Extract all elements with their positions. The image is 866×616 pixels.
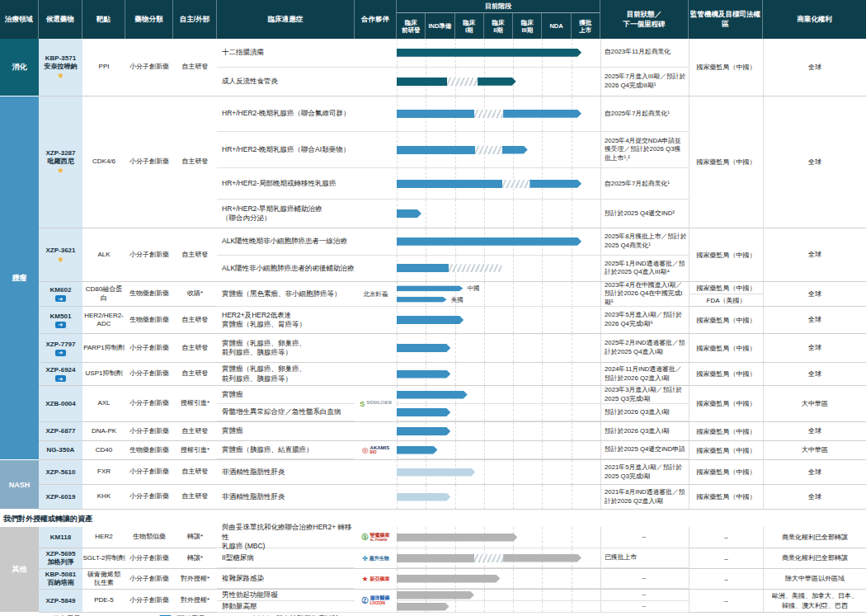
candidate-name: XZP-7797 [45, 341, 75, 349]
partner-logo: ✤惠升生物 [362, 555, 389, 562]
core-product-star-icon: ★ [57, 72, 64, 80]
rights-cell: 除大中華區以外區域 [763, 569, 866, 589]
key-product-arrow-icon: ➜ [55, 322, 66, 328]
stage-cell [397, 96, 600, 131]
bar-segment [397, 554, 474, 562]
rows-block: 與曲妥珠單抗和化療聯合治療HER2+ 轉移性 乳腺癌 (MBC)–Ⓢ雙鷺藥業SL… [217, 527, 689, 548]
progress-bar [397, 344, 600, 352]
partner-logo: Ⓢ雙鷺藥業SL PHARM [362, 533, 390, 542]
regulator-cell: 國家藥監局（中國） [689, 307, 763, 333]
regulator-entry: 國家藥監局（中國） [690, 39, 763, 96]
source-cell: 自主研發 [173, 485, 217, 509]
table-header: 治療領域候選藥物靶點藥物分類自主/外部臨床適應症合作夥伴目前階段臨床 前研發IN… [0, 0, 866, 39]
regulator-entry: 國家藥監局（中國） [690, 386, 763, 421]
regulator-cell: 國家藥監局（中國） [689, 460, 763, 484]
bar-segment [397, 49, 581, 57]
drug-class-cell: 小分子創新藥 [125, 460, 173, 484]
regulator-entry: – [690, 590, 763, 612]
regulator-cell: – [689, 569, 763, 589]
partner-cell: SSIGNALCHEM [355, 386, 397, 421]
partner-logo: ◎AKAMISBIO [362, 445, 390, 455]
rows-block: II型糖尿病已獲批上市✤惠升生物 [217, 548, 689, 568]
status-cell: 預計於2025 Q4遞交IND申請 [600, 441, 689, 458]
regulator-cell: 國家藥監局（中國） [689, 363, 763, 385]
progress-bar [397, 468, 600, 477]
progress-bar [397, 391, 600, 399]
bar-segment [397, 391, 468, 399]
candidate-name: XZP-3621 [45, 247, 75, 255]
out-licensed-table: KM118HER2生物類似藥轉讓*與曲妥珠單抗和化療聯合治療HER2+ 轉移性 … [0, 527, 866, 613]
indication-cell: HR+/HER2-局部晚期或轉移性乳腺癌 [217, 168, 355, 199]
pipeline-row: HER2+及HER2低表達 實體瘤（乳腺癌、胃癌等）2023年5月進入I期／預計… [217, 307, 689, 333]
partner-spacer [355, 422, 397, 440]
header-stage-2: 臨床 I期 [455, 13, 484, 39]
header-stage-3: 臨床 II期 [484, 13, 513, 39]
target-cell: CDK4/6 [82, 96, 125, 228]
source-cell: 轉讓* [173, 527, 217, 548]
stage-cell: 中國美國 [397, 282, 600, 306]
target-cell: SGLT-2抑制劑 [82, 548, 125, 568]
candidate-cell: KM501➜ [39, 307, 82, 333]
indication-cell: 肺動脈高壓 [217, 601, 355, 612]
rights-cell: 大中華區 [763, 386, 866, 421]
drug-class-cell: 小分子創新藥 [125, 548, 173, 568]
stage-gridline [600, 96, 601, 131]
partner-name: 新亞藥業 [370, 576, 390, 582]
regulator-entry: 國家藥監局（中國） [690, 422, 763, 440]
candidate-name: KM501 [50, 313, 72, 321]
stage-cell [397, 527, 600, 548]
indication-cell: 實體瘤 [217, 386, 355, 403]
header-stage-group: 目前階段臨床 前研發IND準備臨床 I期臨床 II期臨床 III期NDA獲批 上… [397, 0, 600, 39]
stage-gridline [600, 363, 601, 385]
candidate-cell: KBP-3571 安奈拉唑鈉★ [39, 39, 82, 96]
rights-cell: 全球 [763, 282, 866, 306]
partner-name: 北京軒義 [364, 290, 388, 299]
rights-cell: 全球 [763, 422, 866, 440]
rights-cell: 全球 [763, 363, 866, 385]
partner-spacer [355, 256, 397, 282]
rights-cell: 全球 [763, 228, 866, 281]
source-cell: 自主研發 [173, 422, 217, 440]
pipeline-row: 實體瘤（乳腺癌、卵巢癌、 前列腺癌、胰腺癌等）2025年2月IND通過審批／預計… [217, 334, 689, 362]
stage-gridline [600, 527, 601, 548]
stage-gridline [600, 548, 601, 567]
partner-logo-icon: S [360, 400, 365, 408]
progress-bar [397, 146, 600, 154]
indication-cell: HR+/HER2-晚期乳腺癌（聯合氟維司群） [217, 96, 355, 131]
stage-gridline [600, 228, 601, 255]
indication-cell: 男性勃起功能障礙 [217, 590, 355, 600]
bar-segment [397, 180, 502, 188]
pipeline-row: 實體瘤（乳腺癌、卵巢癌、 前列腺癌、胰腺癌等）2024年11月IND通過審批／預… [217, 363, 689, 385]
stage-gridline [600, 200, 601, 228]
source-cell: 對外授權* [173, 569, 217, 589]
partner-logo: ★新亞藥業 [361, 575, 389, 583]
stage-gridline [600, 601, 601, 612]
indication-cell: HR+/HER2-晚期乳腺癌（聯合AI類藥物） [217, 132, 355, 168]
partner-sub-name: BIO [370, 451, 377, 455]
stage-gridline [600, 39, 601, 67]
target-cell: PPI [82, 39, 125, 96]
regulator-entry: – [690, 569, 763, 589]
target-cell: PDE-5 [82, 590, 125, 612]
drug-class-cell: 小分子創新藥 [125, 485, 173, 509]
target-cell: PARP1抑制劑 [82, 334, 125, 362]
candidate-cell: XZP-5849 [39, 590, 82, 612]
pipeline-row: 非酒精性脂肪性肝炎2021年5月進入I期／預計於2025 Q3完成I期 [217, 460, 689, 484]
source-cell: 自主研發 [173, 307, 217, 333]
regulator-entry: 國家藥監局（中國） [690, 228, 763, 281]
status-cell: – [600, 569, 689, 588]
partner-logo-icon: ◎ [362, 446, 369, 454]
stage-gridline [600, 168, 601, 199]
status-cell: – [600, 527, 689, 548]
bar-segment [397, 468, 475, 477]
status-cell: – [600, 590, 689, 600]
partner-logo-text: 麗珠醫藥LIVZON [370, 595, 390, 605]
header-right-col-2: 商業化權利 [763, 0, 866, 39]
partner-cell: ★新亞藥業 [355, 569, 397, 589]
rows-block: 十二指腸潰瘍自2023年11月起商業化成人反流性食管炎2025年7月進入III期… [217, 39, 689, 96]
stage-cell [397, 485, 600, 509]
candidate-name: XZP-6019 [45, 493, 75, 501]
bar-segment [447, 78, 478, 86]
regulator-entry: 國家藥監局（中國） [690, 363, 763, 385]
pipeline-row: II型糖尿病已獲批上市 [217, 548, 689, 568]
